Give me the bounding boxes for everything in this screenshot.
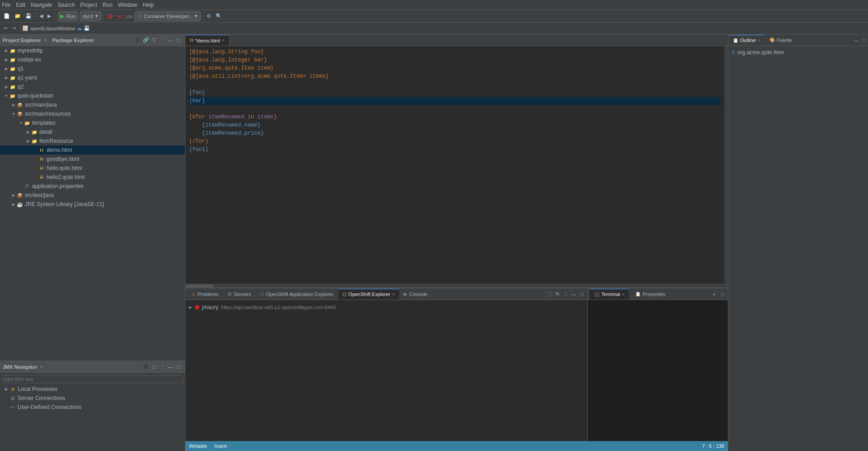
search-toolbar-btn[interactable]: 🔍 <box>214 11 224 21</box>
jmx-filter-input[interactable] <box>2 375 183 383</box>
bottom-minimize-btn[interactable]: — <box>570 291 577 298</box>
bottom-menu-btn[interactable]: ⋮ <box>562 291 569 298</box>
bottom-clear-btn[interactable]: ⬛ <box>546 291 553 298</box>
tree-item-srcmainresources[interactable]: ▼ 📦 src/main/resources <box>0 109 185 118</box>
menu-search[interactable]: Search <box>57 2 75 8</box>
terminal-new-btn[interactable]: + <box>711 291 718 298</box>
jmx-item-local[interactable]: ▶ ⚙ Local Processes <box>0 385 185 394</box>
openshift-connection-row[interactable]: ▶ jmaury https://api.sandbox.x8i5.p1.ope… <box>187 302 585 313</box>
outline-item-org-acme[interactable]: C org.acme.qute.Item <box>730 48 866 57</box>
jmx-item-user[interactable]: ✏ User-Defined Connections <box>0 403 185 412</box>
jmx-minimize-btn[interactable]: — <box>167 363 174 371</box>
link-editor-btn[interactable]: 🔗 <box>142 37 150 44</box>
breadcrumb: 🪟 openEclipseWindow ☁ 💾 <box>22 25 90 31</box>
stop-btn[interactable]: ■ <box>116 11 123 21</box>
left-panel: Project Explorer × Package Explorer ⬛ 🔗 … <box>0 34 185 451</box>
menu-edit[interactable]: Edit <box>16 2 25 8</box>
tree-item-templates[interactable]: ▼ 📂 templates <box>0 118 185 127</box>
arrow-jre: ▶ <box>11 202 16 207</box>
outline-minimize-btn[interactable]: — <box>853 37 860 44</box>
perspective-btn[interactable]: ⚙ <box>205 11 213 21</box>
project-explorer-title[interactable]: Project Explorer <box>3 38 41 43</box>
tree-item-q1[interactable]: ▶ 📁 q1 <box>0 64 185 73</box>
tab-outline[interactable]: 📋 Outline × <box>728 35 765 46</box>
run-config-selector[interactable]: dyn1 ▾ <box>80 11 101 21</box>
label-nodejs: nodejs-ex <box>18 56 41 63</box>
arrow-srcmainresources: ▼ <box>11 112 16 116</box>
bottom-refresh-btn[interactable]: ↻ <box>554 291 561 298</box>
tab-terminal-close[interactable]: × <box>622 292 625 297</box>
tree-item-hello2html[interactable]: H hello2.qute.html <box>0 173 185 182</box>
tab-demo-html[interactable]: H *demo.html × <box>185 35 230 46</box>
tab-problems[interactable]: ⚠ Problems <box>187 289 223 300</box>
jmx-close[interactable]: × <box>40 364 43 370</box>
tab-servers[interactable]: 🖥 Servers <box>223 289 255 300</box>
tab-os-explorer-close[interactable]: × <box>392 292 395 297</box>
menu-run[interactable]: Run <box>103 2 113 8</box>
tree-item-srctestjava[interactable]: ▶ 📦 src/test/java <box>0 191 185 200</box>
editor-scrollbar-h[interactable] <box>186 285 213 287</box>
outline-content: C org.acme.qute.Item <box>728 46 868 451</box>
new-file-btn[interactable]: 📄 <box>2 11 12 21</box>
console-icon: ▶ <box>404 291 407 296</box>
jmx-action-2[interactable]: □ <box>151 363 158 371</box>
tree-item-hellohtml[interactable]: H hello.qute.html <box>0 164 185 173</box>
menu-project[interactable]: Project <box>80 2 97 8</box>
menu-help[interactable]: Help <box>143 2 154 8</box>
tab-palette[interactable]: 🎨 Palette <box>765 35 797 46</box>
tree-item-jre[interactable]: ▶ ☕ JRE System Library [JavaSE-11] <box>0 200 185 209</box>
terminal-content[interactable] <box>588 300 728 441</box>
tab-demo-close[interactable]: × <box>222 38 225 43</box>
debug-btn[interactable]: 🐞 <box>105 11 115 21</box>
collapse-all-btn[interactable]: ⬛ <box>134 37 142 44</box>
open-btn[interactable]: 📁 <box>13 11 23 21</box>
tree-item-myresthttp[interactable]: ▶ 📁 myresthttp <box>0 46 185 55</box>
tree-item-nodejs[interactable]: ▶ 📁 nodejs-ex <box>0 55 185 64</box>
outline-maximize-btn[interactable]: □ <box>861 37 868 44</box>
folder-icon-q2: 📁 <box>9 83 16 90</box>
tab-openshift-app-explorer[interactable]: ⬡ OpenShift Application Explorer <box>255 289 338 300</box>
code-editor[interactable]: {@java.lang.String foo} {@java.lang.Inte… <box>185 46 724 284</box>
bottom-maximize-btn[interactable]: □ <box>578 291 585 298</box>
jmx-action-1[interactable]: ⬛ <box>142 363 150 371</box>
tab-outline-close[interactable]: × <box>758 38 760 43</box>
tree-item-goodbyehtml[interactable]: H goodbye.html <box>0 155 185 164</box>
filter-btn[interactable]: ▽ <box>151 37 158 44</box>
menu-navigate[interactable]: Navigate <box>31 2 52 8</box>
editor-scrollbar-v[interactable] <box>724 46 728 284</box>
tree-item-qute[interactable]: ▼ 📂 qute-quickstart <box>0 91 185 100</box>
tree-item-q1yaml[interactable]: ▶ 📁 q1-yaml <box>0 73 185 82</box>
html-icon-hello2: H <box>38 174 45 181</box>
tab-openshift-explorer[interactable]: ⬡ OpenShift Explorer × <box>338 289 400 300</box>
maximize-explorer-btn[interactable]: □ <box>175 37 182 44</box>
tab-terminal[interactable]: ⬛ Terminal × <box>590 289 629 300</box>
tree-item-q2[interactable]: ▶ 📁 q2 <box>0 82 185 91</box>
folder-icon-q1yaml: 📁 <box>9 74 16 81</box>
redo-btn[interactable]: ↪ <box>10 23 18 33</box>
tree-item-itemresource[interactable]: ▶ 📁 ItemResource <box>0 136 185 146</box>
package-explorer-title[interactable]: Package Explorer <box>52 38 94 43</box>
forward-btn[interactable]: ▶ <box>46 11 53 21</box>
tree-item-demohtml[interactable]: H demo.html <box>0 146 185 155</box>
terminal-maximize-btn[interactable]: □ <box>719 291 726 298</box>
tree-item-srcmainjava[interactable]: ▶ 📦 src/main/java <box>0 100 185 109</box>
save-btn[interactable]: 💾 <box>24 11 33 21</box>
menu-window[interactable]: Window <box>118 2 137 8</box>
tab-os-explorer-label: OpenShift Explorer <box>349 291 391 297</box>
container-selector[interactable]: ⬡ Container Developm... ▾ <box>135 11 201 21</box>
back-btn[interactable]: ◀ <box>38 11 45 21</box>
jmx-action-3[interactable]: ⋮ <box>159 363 166 371</box>
jmx-title[interactable]: JMX Navigator <box>3 364 37 370</box>
undo-btn[interactable]: ↩ <box>2 23 9 33</box>
tree-item-detail[interactable]: ▶ 📁 detail <box>0 127 185 136</box>
jmx-maximize-btn[interactable]: □ <box>175 363 182 371</box>
server-icon: 🖥 <box>9 395 16 402</box>
tree-item-appprops[interactable]: P application.properties <box>0 182 185 191</box>
menu-file[interactable]: File <box>2 2 10 8</box>
label-local: Local Processes <box>18 386 57 392</box>
view-menu-btn[interactable]: ⋮ <box>159 37 166 44</box>
tab-console[interactable]: ▶ Console <box>399 289 432 300</box>
minimize-explorer-btn[interactable]: — <box>167 37 174 44</box>
jmx-item-server[interactable]: 🖥 Server Connections <box>0 394 185 403</box>
tab-properties[interactable]: 📋 Properties <box>631 289 670 300</box>
